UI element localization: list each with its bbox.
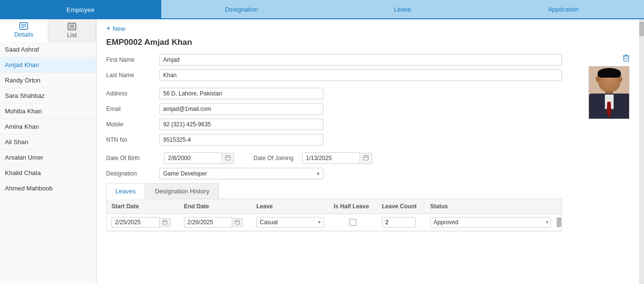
toolbar: + New — [106, 24, 630, 33]
ntn-label: NTN No — [106, 136, 159, 143]
table-scrollbar[interactable] — [557, 217, 561, 227]
employee-photo — [588, 66, 630, 119]
svg-rect-24 — [624, 56, 629, 61]
doj-label: Date Of Joining — [253, 155, 294, 162]
photo-hair — [598, 68, 621, 78]
list-icon — [68, 23, 76, 30]
list-item[interactable]: Ahmed Mahboob — [0, 181, 96, 196]
dob-field — [164, 152, 234, 164]
form-section: First Name Last Name Address Email — [106, 54, 630, 231]
inner-tabs-bar: Leaves Designation History — [106, 183, 562, 199]
cell-start-date — [107, 214, 179, 230]
list-item[interactable]: Sara Shahbaz — [0, 88, 96, 104]
leaves-table: Start Date End Date Leave Is Half Leave … — [106, 199, 562, 231]
col-start-date: Start Date — [107, 199, 179, 214]
half-leave-checkbox[interactable] — [350, 219, 356, 226]
last-name-row: Last Name — [106, 69, 562, 81]
cell-end-date — [179, 214, 252, 230]
start-date-input[interactable] — [112, 217, 160, 228]
calendar-icon — [162, 219, 168, 225]
list-item[interactable]: Amina Khan — [0, 119, 96, 135]
tab-leaves[interactable]: Leaves — [106, 183, 145, 199]
ntn-input[interactable] — [159, 134, 323, 146]
photo-lapel-right — [615, 95, 624, 109]
svg-rect-16 — [163, 220, 167, 224]
list-item[interactable]: Ali Shan — [0, 135, 96, 150]
designation-select-wrapper: Game Developer Software Engineer Manager… — [159, 168, 323, 179]
dob-label: Date Of Birth — [106, 155, 159, 162]
delete-photo-button[interactable] — [623, 54, 630, 63]
calendar-icon — [225, 155, 231, 161]
calendar-icon — [363, 155, 369, 161]
first-name-label: First Name — [106, 56, 159, 63]
scrollbar-thumb — [639, 22, 644, 36]
employee-title: EMP0002 Amjad Khan — [106, 38, 630, 47]
plus-icon: + — [106, 24, 111, 33]
end-date-input[interactable] — [184, 217, 232, 228]
list-item[interactable]: Randy Orton — [0, 73, 96, 88]
col-end-date: End Date — [179, 199, 252, 214]
mobile-row: Mobile — [106, 119, 562, 130]
scrollbar-thumb — [557, 217, 561, 227]
designation-select[interactable]: Game Developer Software Engineer Manager… — [159, 168, 323, 179]
cell-leave-count — [377, 214, 425, 230]
list-item[interactable]: Mohiba Khan — [0, 104, 96, 119]
new-button[interactable]: + New — [106, 24, 125, 33]
dob-calendar-button[interactable] — [222, 153, 234, 164]
details-icon — [19, 22, 28, 30]
nav-tab-leave[interactable]: Leave — [322, 0, 483, 19]
list-item[interactable]: Arsalan Umer — [0, 150, 96, 165]
sidebar-tab-details[interactable]: Details — [0, 19, 48, 42]
start-date-calendar-button[interactable] — [160, 218, 170, 227]
doj-calendar-button[interactable] — [360, 153, 372, 164]
photo-section — [581, 54, 630, 231]
cell-half-leave — [329, 216, 377, 229]
mobile-input[interactable] — [159, 119, 323, 130]
sidebar: Details List Saad Ashraf Amjad Khan Rand… — [0, 19, 97, 284]
col-half-leave: Is Half Leave — [329, 199, 377, 214]
table-row: Casual Sick Annual ▼ — [107, 214, 561, 231]
sidebar-tabs: Details List — [0, 19, 96, 42]
photo-ear-left — [596, 76, 600, 82]
address-input[interactable] — [159, 88, 323, 99]
right-scrollbar[interactable] — [639, 19, 644, 284]
sidebar-employee-list: Saad Ashraf Amjad Khan Randy Orton Sara … — [0, 42, 96, 284]
trash-icon — [623, 54, 630, 62]
sidebar-tab-list[interactable]: List — [48, 19, 97, 41]
nav-tab-employee[interactable]: Employee — [0, 0, 161, 19]
list-item[interactable]: Saad Ashraf — [0, 42, 96, 57]
nav-tab-designation[interactable]: Designation — [161, 0, 322, 19]
table-header: Start Date End Date Leave Is Half Leave … — [107, 199, 561, 214]
photo-lapel-left — [594, 95, 603, 109]
top-navigation: Employee Designation Leave Application — [0, 0, 644, 19]
tab-designation-history[interactable]: Designation History — [146, 183, 219, 199]
leave-select-wrapper: Casual Sick Annual ▼ — [256, 217, 324, 228]
svg-rect-12 — [364, 156, 368, 160]
end-date-calendar-button[interactable] — [232, 218, 243, 227]
start-date-field — [112, 217, 174, 228]
doj-field — [302, 152, 372, 164]
designation-row: Designation Game Developer Software Engi… — [106, 168, 562, 179]
form-fields: First Name Last Name Address Email — [106, 54, 562, 231]
last-name-input[interactable] — [159, 69, 562, 81]
list-item[interactable]: Amjad Khan — [0, 57, 96, 73]
email-input[interactable] — [159, 103, 323, 115]
email-label: Email — [106, 106, 159, 112]
content-area: + New EMP0002 Amjad Khan First Name Last… — [97, 19, 639, 284]
leave-type-select[interactable]: Casual Sick Annual — [256, 217, 324, 228]
leave-count-input[interactable] — [382, 217, 416, 228]
nav-tab-application[interactable]: Application — [483, 0, 644, 19]
first-name-row: First Name — [106, 54, 562, 66]
status-select[interactable]: Approved Pending Rejected — [430, 217, 551, 228]
list-item[interactable]: Khalid Chata — [0, 165, 96, 181]
dob-input[interactable] — [164, 152, 222, 164]
first-name-input[interactable] — [159, 54, 562, 66]
designation-label: Designation — [106, 170, 159, 177]
col-leave: Leave — [252, 199, 329, 214]
last-name-label: Last Name — [106, 72, 159, 79]
date-row: Date Of Birth Date O — [106, 152, 562, 164]
mobile-label: Mobile — [106, 121, 159, 128]
address-row: Address — [106, 88, 562, 99]
cell-leave-type: Casual Sick Annual ▼ — [252, 214, 329, 230]
doj-input[interactable] — [302, 152, 360, 164]
